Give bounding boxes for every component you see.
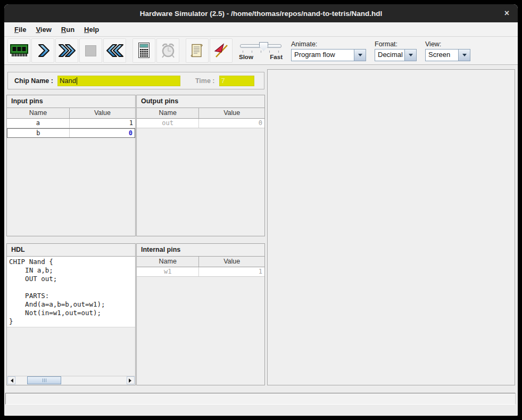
input-pins-panel: Input pins Name Value a 1 b 0 xyxy=(6,95,136,236)
hdl-panel: HDL CHIP Nand { IN a,b; OUT out; PARTS: … xyxy=(6,243,136,385)
stop-icon xyxy=(85,45,96,56)
breakpoints-button[interactable] xyxy=(210,38,233,63)
chevron-down-icon xyxy=(404,50,416,61)
stop-button[interactable] xyxy=(79,38,102,63)
animate-select[interactable]: Program flow xyxy=(291,49,366,61)
calculator-icon xyxy=(137,42,152,60)
internal-pins-header: Name Value xyxy=(137,257,264,267)
slider-thumb[interactable] xyxy=(259,42,268,51)
input-pins-title: Input pins xyxy=(7,95,135,108)
single-step-icon xyxy=(35,43,51,59)
chevron-down-icon xyxy=(354,50,366,61)
view-label: View: xyxy=(425,40,470,48)
clock-button[interactable] xyxy=(156,38,179,63)
content-area: Chip Name : Nand Time : 7 Input pins Nam… xyxy=(4,65,518,416)
reset-icon xyxy=(105,43,125,59)
output-pins-panel: Output pins Name Value out 0 xyxy=(136,95,265,236)
eval-button[interactable] xyxy=(132,38,155,63)
text-caret xyxy=(77,77,77,85)
title-bar: Hardware Simulator (2.5) - /home/thomas/… xyxy=(4,4,518,22)
run-button[interactable] xyxy=(55,38,78,63)
table-row: a 1 xyxy=(7,119,135,128)
internal-pins-panel: Internal pins Name Value w1 1 xyxy=(136,243,265,385)
menu-run[interactable]: Run xyxy=(56,24,79,35)
slider-slow-label: Slow xyxy=(239,54,253,60)
scroll-left-button[interactable] xyxy=(7,376,15,384)
output-pins-header: Name Value xyxy=(137,108,264,119)
single-step-button[interactable] xyxy=(31,38,54,63)
chip-name-bar: Chip Name : Nand Time : 7 xyxy=(7,72,264,89)
scroll-right-button[interactable] xyxy=(127,376,135,384)
reset-button[interactable] xyxy=(103,38,126,63)
hdl-code-view[interactable]: CHIP Nand { IN a,b; OUT out; PARTS: And(… xyxy=(7,257,135,327)
close-button[interactable]: × xyxy=(504,4,509,22)
run-icon xyxy=(57,43,77,59)
output-pins-title: Output pins xyxy=(137,95,264,108)
window-title: Hardware Simulator (2.5) - /home/thomas/… xyxy=(140,10,382,18)
slider-ticks xyxy=(239,50,283,53)
format-label: Format: xyxy=(375,40,417,48)
animate-label: Animate: xyxy=(291,40,366,48)
script-button[interactable] xyxy=(186,38,209,63)
app-frame: Hardware Simulator (2.5) - /home/thomas/… xyxy=(0,0,522,420)
chip-name-input[interactable]: Nand xyxy=(57,76,180,86)
slider-fast-label: Fast xyxy=(270,54,283,60)
time-field: 7 xyxy=(219,76,254,86)
menu-view[interactable]: View xyxy=(31,24,56,35)
table-row: w1 1 xyxy=(137,267,264,277)
menu-file[interactable]: File xyxy=(10,24,31,35)
menu-bar: File View Run Help xyxy=(4,22,518,37)
screen-display-panel xyxy=(267,69,515,385)
time-label: Time : xyxy=(195,77,215,85)
menu-help[interactable]: Help xyxy=(79,24,104,35)
internal-pins-title: Internal pins xyxy=(137,244,264,257)
animate-value: Program flow xyxy=(292,50,354,61)
scrollbar-thumb[interactable] xyxy=(27,376,61,384)
chip-name-label: Chip Name : xyxy=(14,77,53,85)
clock-icon xyxy=(160,42,177,59)
table-row: b 0 xyxy=(7,128,135,138)
toolbar: Slow Fast Animate: Program flow Format: … xyxy=(4,37,518,65)
hdl-title: HDL xyxy=(7,244,135,257)
flag-icon xyxy=(213,43,230,59)
memory-chip-icon xyxy=(9,43,29,58)
view-select[interactable]: Screen xyxy=(425,49,470,61)
script-icon xyxy=(189,43,206,59)
status-bar xyxy=(5,393,516,405)
view-value: Screen xyxy=(426,50,458,61)
format-select[interactable]: Decimal xyxy=(375,49,417,61)
input-pins-header: Name Value xyxy=(7,108,135,119)
hdl-horizontal-scrollbar xyxy=(7,376,135,384)
scrollbar-track[interactable] xyxy=(15,376,127,384)
main-window: Hardware Simulator (2.5) - /home/thomas/… xyxy=(4,4,518,416)
speed-slider: Slow Fast xyxy=(239,42,283,60)
load-chip-button[interactable] xyxy=(7,38,30,63)
format-value: Decimal xyxy=(375,50,404,61)
table-row: out 0 xyxy=(137,119,264,128)
chevron-down-icon xyxy=(458,50,470,61)
